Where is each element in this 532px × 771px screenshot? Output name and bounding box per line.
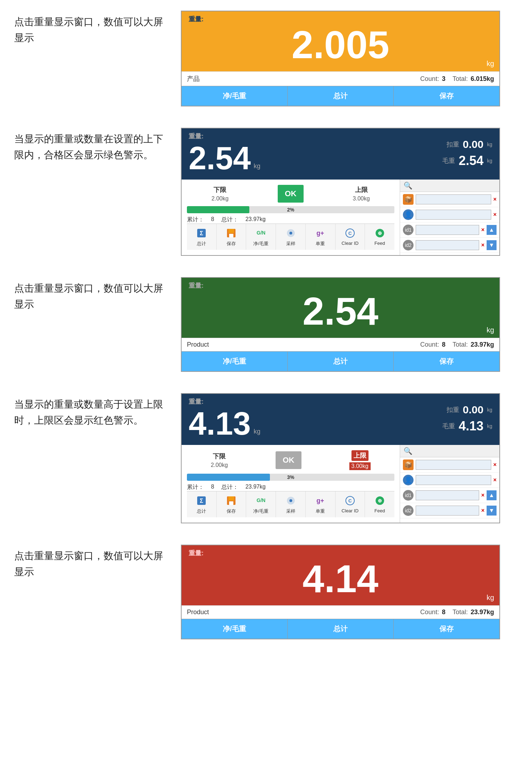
lower-limit-label-green: 下限 (214, 186, 226, 194)
unit-icon-green: g+ (314, 227, 327, 239)
ok-box-red: OK (276, 451, 301, 469)
id2-input-red[interactable] (416, 506, 479, 516)
client-input-red[interactable] (416, 475, 491, 485)
toolbar-sum-green[interactable]: Σ 总计 (187, 224, 217, 250)
product-close-red[interactable]: × (493, 462, 497, 468)
side-info-green: 扣重 0.00 kg 毛重 2.54 kg (421, 138, 492, 168)
upper-limit-box-red: 上限 3.00kg (349, 450, 371, 470)
svg-text:g+: g+ (316, 497, 324, 504)
sum-icon-green: Σ (195, 227, 208, 239)
toolbar-feed-green[interactable]: ⊕ Feed (365, 224, 394, 250)
search-icon-green[interactable]: 🔍 (404, 181, 412, 190)
total-label-3: Total: (453, 341, 468, 348)
id1-up-red[interactable]: ▲ (487, 490, 497, 500)
id1-input-red[interactable] (416, 490, 479, 500)
toolbar-clearid-green[interactable]: C Clear ID (336, 224, 365, 250)
page-container: 点击重量显示窗口，数值可以大屏显示 重量: 2.005 kg 产品 Count:… (0, 0, 532, 650)
scale-widget-5: 重量: 4.14 kg Product Count: 8 Total: 23.9… (181, 545, 500, 639)
id2-close-green[interactable]: × (481, 242, 484, 248)
id1-close-red[interactable]: × (481, 492, 484, 499)
weight-header-red[interactable]: 重量: 4.13 kg 扣重 0.00 kg 毛重 (182, 394, 499, 445)
lower-limit-box-green: 下限 2.00kg (211, 186, 228, 202)
toolbar-unit-red[interactable]: g+ 单重 (306, 491, 336, 517)
id1-close-green[interactable]: × (481, 227, 484, 233)
svg-text:⊕: ⊕ (378, 230, 382, 236)
id1-input-green[interactable] (416, 225, 479, 235)
section-5: 点击重量显示窗口，数值可以大屏显示 重量: 4.14 kg Product Co… (0, 545, 532, 639)
info-bar-1: 产品 Count: 3 Total: 6.015kg (182, 71, 499, 86)
info-product-1: 产品 (187, 75, 413, 83)
info-count-3: Count: 8 (420, 341, 445, 348)
btn-net-gross-1[interactable]: 净/毛重 (182, 86, 288, 106)
section-3-widget: 重量: 2.54 kg Product Count: 8 Total: 23.9… (181, 277, 500, 372)
id2-close-red[interactable]: × (481, 507, 484, 514)
total-value-1: 6.015kg (471, 75, 494, 83)
client-input-green[interactable] (416, 210, 491, 220)
scale-widget-3: 重量: 2.54 kg Product Count: 8 Total: 23.9… (181, 277, 500, 372)
toolbar-gn-green[interactable]: G/N 净/毛重 (246, 224, 276, 250)
tolerance-content-red: 下限 2.00kg OK 上限 3.00kg 3% (182, 445, 499, 523)
progress-bar-green (187, 206, 249, 213)
clearid-icon-red: C (344, 494, 356, 507)
toolbar-clearid-label-red: Clear ID (342, 508, 359, 513)
weight-display-red-simple[interactable]: 重量: 4.14 kg (182, 545, 499, 605)
toolbar-save-green[interactable]: 保存 (217, 224, 246, 250)
btn-total-5[interactable]: 总计 (288, 619, 394, 639)
id2-input-green[interactable] (416, 240, 479, 250)
btn-total-1[interactable]: 总计 (288, 86, 394, 106)
sum-icon-red: Σ (195, 494, 208, 507)
count-value-5: 8 (442, 608, 445, 616)
btn-total-3[interactable]: 总计 (288, 352, 394, 371)
weight-main-red: 重量: 4.13 kg (189, 397, 421, 440)
limits-row-green: 下限 2.00kg OK 上限 3.00kg (187, 185, 394, 203)
tolerance-right-green: 🔍 📦 × 👤 × (400, 180, 499, 255)
upper-limit-label-green: 上限 (355, 186, 368, 194)
toolbar-sum-red[interactable]: Σ 总计 (187, 491, 217, 517)
svg-text:G/N: G/N (256, 230, 265, 236)
tolerance-widget-green: 重量: 2.54 kg 扣重 0.00 kg 毛重 (181, 128, 500, 256)
svg-rect-17 (229, 501, 233, 505)
cumulative-label-green: 累计： (187, 216, 204, 224)
toolbar-gn-red[interactable]: G/N 净/毛重 (246, 491, 276, 517)
info-count-1: Count: 3 (420, 75, 445, 83)
id1-up-green[interactable]: ▲ (487, 225, 497, 235)
weight-header-green[interactable]: 重量: 2.54 kg 扣重 0.00 kg 毛重 (182, 128, 499, 180)
weight-display-green-simple[interactable]: 重量: 2.54 kg (182, 278, 499, 338)
product-input-green[interactable] (416, 194, 491, 204)
id2-down-green[interactable]: ▼ (487, 240, 497, 250)
toolbar-feed-red[interactable]: ⊕ Feed (365, 491, 394, 517)
toolbar-unit-green[interactable]: g+ 单重 (306, 224, 336, 250)
search-icon-red[interactable]: 🔍 (404, 447, 412, 455)
btn-save-5[interactable]: 保存 (394, 619, 499, 639)
toolbar-sample-green[interactable]: 采样 (276, 224, 306, 250)
scale-widget-1: 重量: 2.005 kg 产品 Count: 3 Total: 6.015kg (181, 11, 500, 106)
weight-display-orange[interactable]: 重量: 2.005 kg (182, 11, 499, 71)
section-2-text: 当显示的重量或数量在设置的上下限内，合格区会显示绿色警示。 (14, 128, 167, 163)
btn-save-1[interactable]: 保存 (394, 86, 499, 106)
product-input-red[interactable] (416, 460, 491, 470)
gn-icon-red: G/N (255, 494, 267, 507)
gross-value-red: 4.13 (459, 419, 483, 434)
id2-icon-green: id2 (403, 240, 414, 250)
btn-save-3[interactable]: 保存 (394, 352, 499, 371)
product-close-green[interactable]: × (493, 196, 497, 203)
tare-label-red: 扣重 (447, 406, 459, 414)
btn-net-gross-3[interactable]: 净/毛重 (182, 352, 288, 371)
total-weight-value-green: 23.97kg (245, 216, 266, 224)
tolerance-right-red: 🔍 📦 × 👤 × (400, 445, 499, 523)
client-close-red[interactable]: × (493, 477, 497, 483)
toolbar-clearid-label-green: Clear ID (342, 241, 359, 246)
button-row-1: 净/毛重 总计 保存 (182, 86, 499, 106)
right-panel-header-red: 🔍 (400, 445, 499, 457)
btn-net-gross-5[interactable]: 净/毛重 (182, 619, 288, 639)
weight-value-1: 2.005 (189, 25, 492, 64)
upper-limit-value-green: 3.00kg (353, 195, 370, 202)
toolbar-save-red[interactable]: 保存 (217, 491, 246, 517)
button-row-5: 净/毛重 总计 保存 (182, 619, 499, 639)
id2-down-red[interactable]: ▼ (487, 506, 497, 516)
toolbar-clearid-red[interactable]: C Clear ID (336, 491, 365, 517)
client-close-green[interactable]: × (493, 211, 497, 218)
clearid-icon-green: C (344, 227, 356, 239)
panel-product-row-red: 📦 × (400, 457, 499, 473)
toolbar-sample-red[interactable]: 采样 (276, 491, 306, 517)
